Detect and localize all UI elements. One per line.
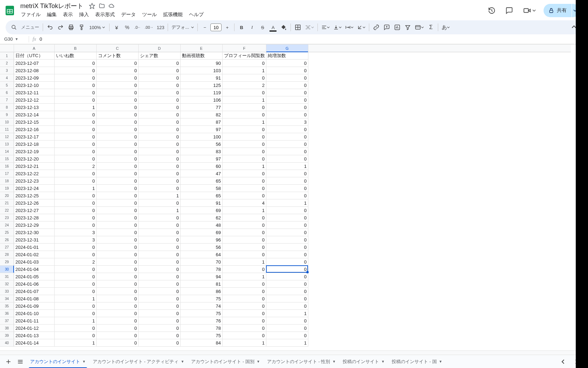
cell[interactable]: 0: [97, 266, 139, 273]
cell[interactable]: 0: [266, 295, 308, 302]
halign-button[interactable]: [320, 22, 331, 32]
cell[interactable]: 2023-12-26: [14, 199, 55, 206]
cell[interactable]: 97: [181, 155, 223, 162]
cell[interactable]: 0: [97, 141, 139, 148]
cell[interactable]: 0: [139, 244, 181, 251]
cell[interactable]: 2023-12-17: [14, 133, 55, 140]
cell[interactable]: 0: [55, 126, 97, 133]
name-box[interactable]: G30▼: [4, 36, 25, 42]
cell[interactable]: 0: [55, 67, 97, 74]
row-header[interactable]: 5: [0, 82, 14, 89]
cell[interactable]: 0: [223, 310, 266, 317]
cell[interactable]: 0: [139, 60, 181, 67]
cell[interactable]: 47: [181, 170, 223, 177]
cell[interactable]: 2024-01-14: [14, 339, 55, 346]
cell[interactable]: 2024-01-13: [14, 332, 55, 339]
sheet-tab[interactable]: アカウントのインサイト - 国別▼: [188, 355, 263, 368]
cell[interactable]: 2023-12-29: [14, 222, 55, 229]
cell[interactable]: 1: [223, 96, 266, 103]
header-cell[interactable]: 純増加数: [266, 52, 308, 59]
percent-button[interactable]: %: [122, 22, 132, 32]
cell[interactable]: 119: [181, 89, 223, 96]
cell[interactable]: 0: [139, 199, 181, 206]
row-header[interactable]: 13: [0, 141, 14, 148]
cell[interactable]: 97: [181, 126, 223, 133]
cell[interactable]: 2024-01-07: [14, 288, 55, 295]
cell[interactable]: 0: [139, 229, 181, 236]
cell[interactable]: 69: [181, 229, 223, 236]
cell[interactable]: 2: [55, 258, 97, 265]
cell[interactable]: 0: [223, 251, 266, 258]
cell[interactable]: 0: [139, 104, 181, 111]
cell[interactable]: 2023-12-19: [14, 148, 55, 155]
borders-button[interactable]: [293, 22, 303, 32]
cell[interactable]: 0: [55, 280, 97, 287]
cell[interactable]: 48: [181, 222, 223, 229]
comment-icon[interactable]: [503, 4, 516, 17]
filter-views-button[interactable]: [413, 22, 425, 32]
cell[interactable]: 0: [55, 214, 97, 221]
cell[interactable]: 0: [266, 60, 308, 67]
row-header[interactable]: 36: [0, 310, 14, 317]
cell[interactable]: 2024-01-04: [14, 266, 55, 273]
header-cell[interactable]: シェア数: [139, 52, 181, 59]
cell[interactable]: 0: [139, 74, 181, 81]
row-header[interactable]: 40: [0, 339, 14, 347]
cell[interactable]: 1: [223, 258, 266, 265]
row-header[interactable]: 9: [0, 111, 14, 118]
cell[interactable]: 0: [97, 302, 139, 309]
cell[interactable]: 2023-12-11: [14, 89, 55, 96]
cell[interactable]: 0: [97, 126, 139, 133]
cell[interactable]: 1: [223, 163, 266, 170]
cell[interactable]: 0: [97, 192, 139, 199]
cell[interactable]: 0: [97, 251, 139, 258]
col-header-D[interactable]: D: [139, 45, 181, 52]
cell[interactable]: 0: [266, 177, 308, 184]
cell[interactable]: 0: [223, 325, 266, 332]
input-method-button[interactable]: あ: [440, 22, 451, 32]
cell[interactable]: 0: [97, 214, 139, 221]
wrap-button[interactable]: [344, 22, 355, 32]
sheet-tab[interactable]: 投稿のインサイト - 国▼: [388, 355, 446, 368]
sheets-logo[interactable]: [3, 4, 17, 18]
cell[interactable]: 0: [266, 280, 308, 287]
cell[interactable]: 0: [223, 280, 266, 287]
meet-button[interactable]: [520, 5, 539, 16]
cell[interactable]: 2024-01-10: [14, 310, 55, 317]
cell[interactable]: 0: [55, 207, 97, 214]
cell[interactable]: 0: [55, 74, 97, 81]
cell[interactable]: 0: [97, 325, 139, 332]
row-header[interactable]: 37: [0, 317, 14, 325]
cell[interactable]: 3: [266, 118, 308, 125]
cell[interactable]: 1: [223, 273, 266, 280]
cell[interactable]: 2023-12-18: [14, 141, 55, 148]
cell[interactable]: 2024-01-12: [14, 325, 55, 332]
cell[interactable]: 62: [181, 214, 223, 221]
cell[interactable]: 91: [181, 199, 223, 206]
cell[interactable]: 0: [139, 295, 181, 302]
search-menu-btn[interactable]: [9, 22, 19, 32]
bold-button[interactable]: B: [237, 22, 246, 32]
cell[interactable]: 2023-12-16: [14, 126, 55, 133]
cell[interactable]: 100: [181, 133, 223, 140]
decimal-inc-button[interactable]: .00→: [143, 22, 154, 32]
row-header[interactable]: 6: [0, 89, 14, 96]
history-icon[interactable]: [485, 4, 498, 17]
cloud-status-icon[interactable]: [108, 3, 115, 9]
cell[interactable]: 0: [97, 89, 139, 96]
cell[interactable]: 0: [97, 177, 139, 184]
cell[interactable]: 1: [139, 207, 181, 214]
col-header-G[interactable]: G: [266, 45, 308, 52]
row-header[interactable]: 2: [0, 60, 14, 67]
cell[interactable]: 78: [181, 325, 223, 332]
row-header[interactable]: 38: [0, 325, 14, 332]
cell[interactable]: 2023-12-09: [14, 74, 55, 81]
cell[interactable]: 0: [223, 177, 266, 184]
cell[interactable]: 0: [97, 244, 139, 251]
cell[interactable]: 96: [181, 236, 223, 243]
row-header[interactable]: 33: [0, 288, 14, 295]
cell[interactable]: 2023-12-08: [14, 67, 55, 74]
decimal-dec-button[interactable]: .0←: [133, 22, 142, 32]
cell[interactable]: 1: [266, 163, 308, 170]
cell[interactable]: 0: [97, 185, 139, 192]
